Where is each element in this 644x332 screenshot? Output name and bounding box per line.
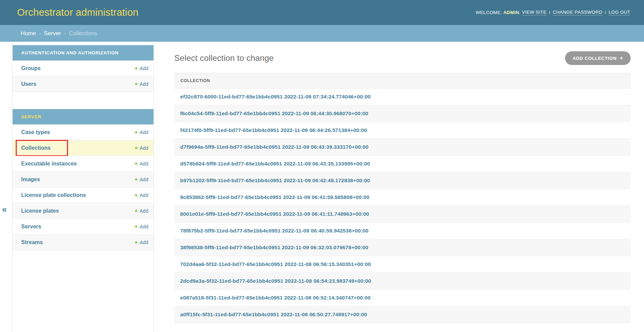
plus-icon: +	[620, 55, 623, 61]
table-row: 78f875b2-5ff9-11ed-bd77-65e1bb4c0951 202…	[174, 223, 631, 239]
servers-add-link[interactable]: +Add	[134, 224, 148, 229]
add-label: Add	[139, 240, 148, 245]
plus-icon: +	[134, 224, 138, 229]
table-row: b97b1202-5ff9-11ed-bd77-65e1bb4c0951 202…	[174, 172, 631, 189]
sidebar-item-images: Images +Add	[13, 172, 153, 187]
collection-link[interactable]: b97b1202-5ff9-11ed-bd77-65e1bb4c0951 202…	[180, 177, 370, 184]
add-collection-button[interactable]: ADD COLLECTION +	[565, 51, 631, 65]
page-title: Select collection to change	[174, 53, 274, 63]
username-dot: .	[519, 10, 522, 15]
collection-link[interactable]: ef32c870-6000-11ed-bd77-65e1bb4c0951 202…	[180, 94, 371, 100]
license-plate-collections-add-link[interactable]: +Add	[134, 192, 148, 198]
breadcrumb-current: Collections	[69, 30, 97, 37]
app-header: Orchestrator administration WELCOME, ADM…	[0, 0, 644, 25]
table-row: d7f9694a-5ff9-11ed-bd77-65e1bb4c0951 202…	[174, 139, 631, 156]
breadcrumb-separator-icon: ›	[64, 30, 66, 36]
page-body: « AUTHENTICATION AND AUTHORIZATION Group…	[0, 42, 644, 332]
link-separator: /	[605, 10, 606, 15]
plus-icon: +	[134, 161, 138, 167]
collection-link[interactable]: a0ff15fc-5f31-11ed-bd77-65e1bb4c0951 202…	[180, 311, 367, 318]
executable-instances-add-link[interactable]: +Add	[134, 161, 148, 167]
sidebar-item-collections: Collections +Add	[13, 140, 153, 156]
case-types-add-link[interactable]: +Add	[134, 129, 148, 135]
breadcrumb: Home › Server › Collections	[0, 25, 644, 42]
license-plates-link[interactable]: License plates	[21, 208, 59, 214]
images-add-link[interactable]: +Add	[134, 176, 148, 182]
collections-link[interactable]: Collections	[21, 145, 51, 151]
executable-instances-link[interactable]: Executable instances	[21, 161, 77, 167]
breadcrumb-home[interactable]: Home	[21, 30, 36, 37]
username: ADMIN	[503, 10, 519, 15]
plus-icon: +	[134, 145, 138, 151]
license-plates-add-link[interactable]: +Add	[134, 208, 148, 214]
plus-icon: +	[134, 239, 138, 245]
table-row: e087a518-5f31-11ed-bd77-65e1bb4c0951 202…	[174, 290, 631, 306]
app-caption-server[interactable]: SERVER	[13, 109, 153, 124]
app-caption-authentication[interactable]: AUTHENTICATION AND AUTHORIZATION	[13, 45, 153, 61]
collection-link[interactable]: f42174f0-5ff9-11ed-bd77-65e1bb4c0951 202…	[180, 127, 367, 133]
sidebar-item-license-plate-collections: License plate collections +Add	[13, 187, 153, 203]
plus-icon: +	[134, 81, 138, 87]
column-header-collection[interactable]: COLLECTION	[174, 73, 631, 89]
collection-link[interactable]: 702d4aa6-5f32-11ed-bd77-65e1bb4c0951 202…	[180, 261, 371, 267]
add-label: Add	[139, 192, 148, 198]
users-link[interactable]: Users	[21, 81, 36, 87]
main-content: Select collection to change ADD COLLECTI…	[174, 42, 644, 332]
collection-link[interactable]: 9c853862-5ff9-11ed-bd77-65e1bb4c0951 202…	[180, 194, 370, 200]
welcome-text: WELCOME,	[476, 10, 504, 15]
images-link[interactable]: Images	[21, 176, 40, 183]
table-row: d578b824-5ff9-11ed-bd77-65e1bb4c0951 202…	[174, 156, 631, 172]
collection-link[interactable]: d578b824-5ff9-11ed-bd77-65e1bb4c0951 202…	[180, 161, 370, 167]
collections-add-link[interactable]: +Add	[134, 145, 148, 151]
add-label: Add	[139, 208, 148, 214]
users-add-link[interactable]: +Add	[134, 81, 148, 87]
collection-link[interactable]: 78f875b2-5ff9-11ed-bd77-65e1bb4c0951 202…	[180, 228, 368, 234]
groups-add-link[interactable]: +Add	[134, 65, 148, 71]
streams-link[interactable]: Streams	[21, 239, 43, 245]
plus-icon: +	[134, 65, 138, 71]
sidebar-item-streams: Streams +Add	[13, 235, 153, 250]
groups-link[interactable]: Groups	[21, 65, 41, 71]
add-label: Add	[139, 224, 148, 229]
plus-icon: +	[134, 208, 138, 214]
plus-icon: +	[134, 176, 138, 182]
table-row: 9c853862-5ff9-11ed-bd77-65e1bb4c0951 202…	[174, 189, 631, 206]
change-password-link[interactable]: CHANGE PASSWORD	[553, 10, 602, 15]
add-label: Add	[139, 177, 148, 182]
sidebar-item-servers: Servers +Add	[13, 219, 153, 235]
breadcrumb-server[interactable]: Server	[44, 30, 61, 37]
collection-link[interactable]: e087a518-5f31-11ed-bd77-65e1bb4c0951 202…	[180, 295, 371, 301]
plus-icon: +	[134, 129, 138, 135]
sidebar-item-license-plates: License plates +Add	[13, 203, 153, 219]
view-site-link[interactable]: VIEW SITE	[522, 10, 547, 15]
add-collection-label: ADD COLLECTION	[573, 56, 617, 61]
collection-link[interactable]: 2dcd9a3a-5f32-11ed-bd77-65e1bb4c0951 202…	[180, 278, 371, 284]
table-row: 702d4aa6-5f32-11ed-bd77-65e1bb4c0951 202…	[174, 256, 631, 273]
content-header: Select collection to change ADD COLLECTI…	[174, 51, 631, 66]
table-row: a0ff15fc-5f31-11ed-bd77-65e1bb4c0951 202…	[174, 306, 631, 323]
case-types-link[interactable]: Case types	[21, 129, 50, 135]
site-title[interactable]: Orchestrator administration	[17, 7, 138, 18]
table-row: f42174f0-5ff9-11ed-bd77-65e1bb4c0951 202…	[174, 122, 631, 139]
add-label: Add	[139, 66, 148, 71]
streams-add-link[interactable]: +Add	[134, 239, 148, 245]
collection-link[interactable]: f6c04c54-5ff9-11ed-bd77-65e1bb4c0951 202…	[180, 110, 368, 117]
add-label: Add	[139, 145, 148, 151]
app-module-server: SERVER Case types +Add Collections +Add …	[13, 109, 153, 250]
collection-link[interactable]: 38f98538-5ff8-11ed-bd77-65e1bb4c0951 202…	[180, 244, 368, 251]
sidebar-collapse-icon[interactable]: «	[2, 205, 7, 214]
sidebar: AUTHENTICATION AND AUTHORIZATION Groups …	[12, 42, 154, 332]
add-label: Add	[139, 81, 148, 87]
table-row: 2dcd9a3a-5f32-11ed-bd77-65e1bb4c0951 202…	[174, 273, 631, 290]
servers-link[interactable]: Servers	[21, 224, 41, 230]
collection-link[interactable]: d7f9694a-5ff9-11ed-bd77-65e1bb4c0951 202…	[180, 144, 368, 150]
sidebar-toggle-strip: «	[0, 42, 12, 332]
add-label: Add	[139, 161, 148, 167]
collection-link[interactable]: 8001e01e-5ff9-11ed-bd77-65e1bb4c0951 202…	[180, 211, 369, 217]
link-separator: /	[549, 10, 550, 15]
license-plate-collections-link[interactable]: License plate collections	[21, 192, 86, 198]
breadcrumb-separator-icon: ›	[39, 30, 41, 36]
log-out-link[interactable]: LOG OUT	[608, 10, 630, 15]
sidebar-item-users: Users +Add	[13, 76, 153, 92]
sidebar-item-executable-instances: Executable instances +Add	[13, 156, 153, 172]
